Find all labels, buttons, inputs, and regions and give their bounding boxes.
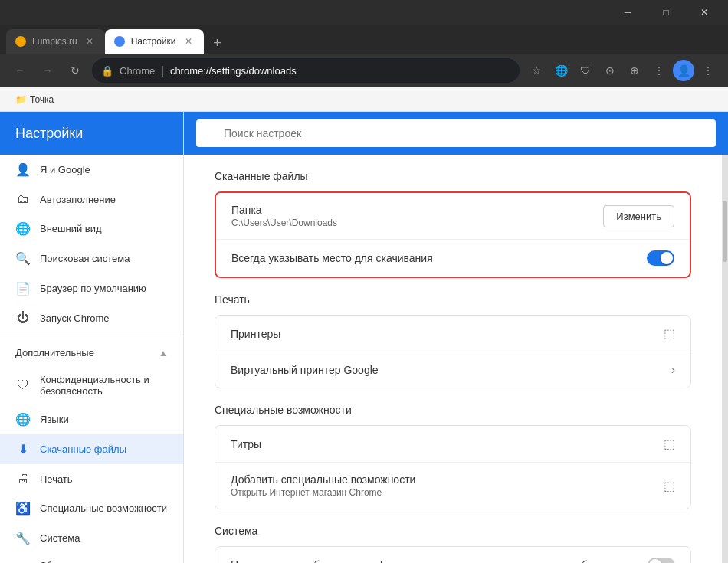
forward-button[interactable]: → — [37, 60, 58, 81]
tab-close-lumpics[interactable]: ✕ — [84, 35, 96, 47]
cast-button[interactable]: ⊕ — [624, 60, 645, 81]
printers-title: Принтеры — [231, 328, 664, 340]
sidebar-label-launch: Запуск Chrome — [40, 313, 110, 324]
tab-favicon-lumpics — [15, 36, 26, 47]
add-accessibility-row[interactable]: Добавить специальные возможности Открыть… — [215, 463, 690, 509]
downloads-card: Папка C:\Users\User\Downloads Изменить В… — [215, 191, 691, 278]
tab-close-settings[interactable]: ✕ — [182, 35, 195, 47]
sidebar-icon-appearance: 🌐 — [15, 221, 31, 236]
sidebar-icon-browser: 📄 — [15, 281, 31, 296]
background-row[interactable]: Не отключать работающие в фоновом режиме… — [215, 547, 690, 563]
sidebar-icon-privacy: 🛡 — [15, 378, 31, 392]
always-ask-toggle[interactable] — [647, 250, 674, 266]
bookmark-tochka[interactable]: 📁 Точка — [9, 91, 60, 108]
add-accessibility-external-icon: ⬚ — [664, 479, 675, 493]
sidebar-icon-ya-google: 👤 — [15, 162, 31, 177]
sidebar-item-search[interactable]: 🔍 Поисковая система — [0, 244, 183, 273]
tab-bar: Lumpics.ru ✕ Настройки ✕ + — [0, 25, 728, 54]
sidebar-icon-languages: 🌐 — [15, 412, 31, 427]
sidebar-item-browser[interactable]: 📄 Браузер по умолчанию — [0, 273, 183, 303]
background-text: Не отключать работающие в фоновом режиме… — [231, 559, 638, 563]
maximize-button[interactable]: □ — [648, 0, 684, 25]
sidebar-label-appearance: Внешний вид — [40, 223, 102, 234]
tab-favicon-settings — [114, 36, 125, 47]
star-button[interactable]: ☆ — [526, 60, 547, 81]
print-card: Принтеры ⬚ Виртуальный принтер Google › — [215, 315, 691, 388]
always-ask-title: Всегда указывать место для скачивания — [231, 252, 638, 264]
sidebar-label-privacy: Конфиденциальность и безопасность — [40, 374, 168, 397]
change-folder-button[interactable]: Изменить — [603, 205, 674, 227]
printers-row[interactable]: Принтеры ⬚ — [215, 316, 690, 352]
close-button[interactable]: ✕ — [687, 0, 722, 25]
new-tab-button[interactable]: + — [207, 32, 228, 54]
address-path: chrome://settings/downloads — [170, 65, 297, 77]
sidebar-label-accessibility: Специальные возможности — [40, 502, 167, 514]
sidebar-item-accessibility[interactable]: ♿ Специальные возможности — [0, 493, 183, 523]
folder-row[interactable]: Папка C:\Users\User\Downloads Изменить — [216, 193, 690, 240]
sidebar-item-reset[interactable]: 🔄 Сброс настроек и удаление вредоносного… — [0, 553, 183, 563]
sidebar-header: Настройки — [0, 112, 183, 155]
folder-row-subtitle: C:\Users\User\Downloads — [231, 218, 594, 228]
sidebar-icon-print: 🖨 — [15, 472, 31, 486]
settings-content: Скачанные файлы Папка C:\Users\User\Down… — [184, 155, 722, 563]
back-button[interactable]: ← — [9, 60, 31, 81]
scrollbar-thumb — [723, 201, 727, 262]
sidebar-item-print[interactable]: 🖨 Печать — [0, 464, 183, 493]
section-title-accessibility: Специальные возможности — [215, 404, 691, 416]
section-title-downloads: Скачанные файлы — [215, 170, 691, 182]
background-toggle[interactable] — [648, 558, 675, 563]
tab-settings[interactable]: Настройки ✕ — [105, 29, 204, 54]
bookmark-bar: 📁 Точка — [0, 87, 728, 112]
sidebar-item-languages[interactable]: 🌐 Языки — [0, 404, 183, 434]
sidebar-label-search: Поисковая система — [40, 253, 130, 264]
folder-row-action: Изменить — [603, 205, 674, 227]
sidebar-label-print: Печать — [40, 473, 73, 485]
settings-scroll-area: Скачанные файлы Папка C:\Users\User\Down… — [184, 155, 728, 563]
google-printer-text: Виртуальный принтер Google — [231, 364, 671, 376]
globe-button[interactable]: 🌐 — [550, 60, 572, 81]
sidebar-label-browser: Браузер по умолчанию — [40, 283, 146, 294]
sidebar-item-privacy[interactable]: 🛡 Конфиденциальность и безопасность — [0, 366, 183, 404]
settings-search-wrap: 🔍 — [196, 119, 716, 147]
reload-button[interactable]: ↻ — [64, 60, 86, 81]
always-ask-toggle-knob — [661, 252, 673, 264]
settings-panel: 🔍 Скачанные файлы Папка C:\Users\User\Do… — [184, 112, 728, 563]
always-ask-row[interactable]: Всегда указывать место для скачивания — [216, 240, 690, 277]
sidebar-item-system[interactable]: 🔧 Система — [0, 523, 183, 553]
address-input[interactable]: 🔒 Chrome | chrome://settings/downloads — [92, 58, 520, 83]
sidebar-item-downloads[interactable]: ⬇ Скачанные файлы — [0, 434, 183, 464]
add-accessibility-text: Добавить специальные возможности Открыть… — [231, 473, 664, 498]
minimize-button[interactable]: ─ — [610, 0, 645, 25]
address-bar: ← → ↻ 🔒 Chrome | chrome://settings/downl… — [0, 54, 728, 87]
sidebar-section-advanced[interactable]: Дополнительные ▲ — [0, 339, 183, 366]
accessibility-card: Титры ⬚ Добавить специальные возможности… — [215, 425, 691, 509]
subtitles-title: Титры — [231, 438, 664, 450]
title-bar: ─ □ ✕ — [0, 0, 728, 25]
chrome-menu-button[interactable]: ⋮ — [697, 60, 719, 81]
opera-button[interactable]: ⊙ — [599, 60, 621, 81]
sidebar-label-ya-google: Я и Google — [40, 164, 90, 175]
sidebar-label-system: Система — [40, 532, 80, 544]
section-title-print: Печать — [215, 293, 691, 306]
google-printer-row[interactable]: Виртуальный принтер Google › — [215, 352, 690, 388]
scrollbar[interactable] — [722, 155, 728, 563]
tab-label-lumpics: Lumpics.ru — [32, 36, 77, 47]
sidebar-icon-system: 🔧 — [15, 531, 31, 545]
sidebar-item-launch[interactable]: ⏻ Запуск Chrome — [0, 303, 183, 332]
address-separator: | — [161, 64, 164, 77]
google-printer-title: Виртуальный принтер Google — [231, 364, 671, 376]
sidebar-item-ya-google[interactable]: 👤 Я и Google — [0, 155, 183, 185]
profile-avatar[interactable]: 👤 — [673, 60, 694, 81]
menu-button[interactable]: ⋮ — [648, 60, 670, 81]
sidebar: Настройки 👤 Я и Google 🗂 Автозаполнение … — [0, 112, 184, 563]
subtitles-external-icon: ⬚ — [664, 437, 675, 451]
google-printer-chevron-icon: › — [671, 363, 675, 377]
subtitles-row[interactable]: Титры ⬚ — [215, 426, 690, 463]
sidebar-item-appearance[interactable]: 🌐 Внешний вид — [0, 214, 183, 244]
subtitles-text: Титры — [231, 438, 664, 450]
settings-search-input[interactable] — [196, 119, 716, 147]
sidebar-item-autofill[interactable]: 🗂 Автозаполнение — [0, 185, 183, 214]
settings-scroll-inner: Скачанные файлы Папка C:\Users\User\Down… — [184, 155, 722, 563]
tab-lumpics[interactable]: Lumpics.ru ✕ — [6, 29, 105, 54]
shield-button[interactable]: 🛡 — [575, 60, 596, 81]
